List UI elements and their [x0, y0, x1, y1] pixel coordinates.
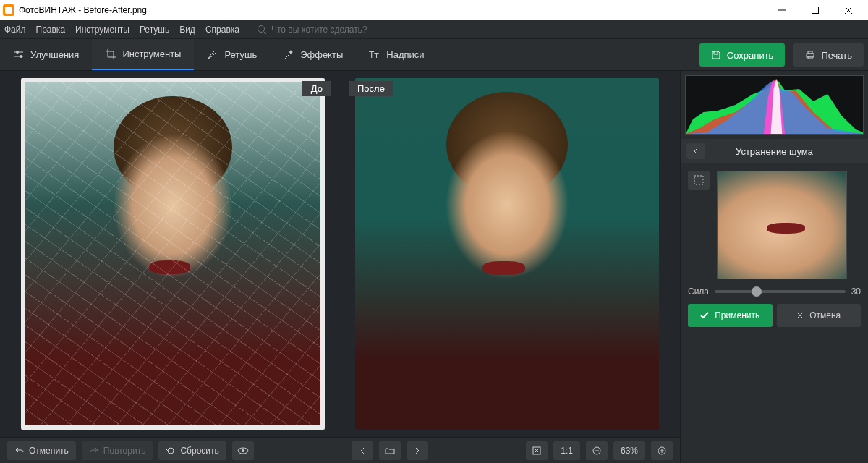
close-button[interactable] [832, 0, 865, 20]
app-icon [3, 4, 14, 16]
undo-label: Отменить [29, 446, 69, 456]
svg-line-5 [263, 31, 266, 34]
maximize-icon [812, 7, 819, 14]
brush-icon [207, 49, 218, 61]
side-panel: Устранение шума Сила 30 Применить [680, 71, 868, 463]
wand-icon [283, 49, 294, 61]
svg-point-7 [16, 51, 19, 54]
redo-label: Повторить [103, 446, 146, 456]
text-icon: Tᴛ [369, 49, 380, 61]
svg-point-9 [20, 55, 22, 58]
save-label: Сохранить [727, 50, 774, 61]
search-box[interactable]: Что вы хотите сделать? [257, 25, 367, 35]
print-icon [805, 50, 815, 60]
sliders-icon [13, 49, 25, 61]
after-image [355, 78, 659, 430]
menu-view[interactable]: Вид [179, 25, 195, 35]
zoom-out-button[interactable] [586, 441, 608, 460]
actual-size-button[interactable]: 1:1 [553, 441, 580, 460]
viewer-footerbar: Отменить Повторить Сбросить 1:1 63% [0, 437, 680, 463]
minus-icon [592, 446, 601, 455]
denoise-preview[interactable] [717, 171, 847, 279]
reset-button[interactable]: Сбросить [158, 441, 226, 460]
minimize-icon [778, 7, 786, 14]
reset-label: Сбросить [180, 446, 218, 456]
tab-retouch[interactable]: Ретушь [194, 39, 270, 70]
x-icon [796, 312, 804, 319]
fit-screen-button[interactable] [526, 441, 548, 460]
panel-title: Устранение шума [736, 146, 813, 157]
zoom-in-button[interactable] [651, 441, 673, 460]
preview-area-button[interactable] [688, 171, 710, 190]
slider-thumb[interactable] [752, 286, 762, 297]
menu-edit[interactable]: Правка [36, 25, 66, 35]
check-icon [700, 312, 709, 319]
main-toolbar: Улучшения Инструменты Ретушь Эффекты Tᴛ … [0, 39, 868, 71]
zoom-value-label: 63% [621, 446, 638, 456]
apply-label: Применить [715, 310, 760, 320]
save-button[interactable]: Сохранить [699, 43, 786, 67]
print-label: Печать [821, 50, 852, 61]
tab-effects[interactable]: Эффекты [270, 39, 356, 70]
apply-button[interactable]: Применить [688, 304, 773, 327]
toggle-preview-button[interactable] [232, 441, 254, 460]
undo-icon [14, 446, 25, 456]
redo-icon [89, 446, 99, 456]
before-pane[interactable]: До [10, 78, 336, 430]
tab-enhancements[interactable]: Улучшения [0, 39, 92, 70]
fit-icon [532, 446, 541, 455]
menu-file[interactable]: Файл [4, 25, 26, 35]
print-button[interactable]: Печать [793, 43, 864, 67]
tab-tools-label: Инструменты [122, 48, 181, 59]
tab-tools[interactable]: Инструменты [92, 39, 194, 70]
svg-point-16 [242, 449, 244, 452]
after-pane[interactable]: После [344, 78, 670, 430]
zoom-value[interactable]: 63% [613, 441, 645, 460]
menu-bar: Файл Правка Инструменты Ретушь Вид Справ… [0, 20, 868, 39]
reset-icon [166, 446, 176, 456]
open-folder-button[interactable] [379, 441, 401, 460]
histogram[interactable] [685, 75, 864, 135]
compare-view: До После [0, 71, 680, 437]
eye-icon [237, 447, 249, 454]
search-icon [257, 25, 267, 35]
main-area: До После Отменить Повторить Сбросить [0, 71, 868, 463]
svg-rect-1 [812, 7, 819, 14]
panel-back-button[interactable] [686, 143, 705, 159]
panel-header: Устранение шума [681, 139, 868, 163]
svg-point-4 [258, 25, 264, 32]
tab-enhancements-label: Улучшения [30, 49, 79, 60]
cancel-label: Отмена [809, 310, 841, 320]
history-prev-button[interactable] [352, 441, 373, 460]
tab-text[interactable]: Tᴛ Надписи [356, 39, 437, 70]
close-icon [845, 7, 852, 14]
strength-value: 30 [851, 286, 861, 297]
folder-icon [385, 447, 395, 454]
panel-body: Сила 30 Применить Отмена [681, 163, 868, 334]
tab-retouch-label: Ретушь [224, 49, 257, 60]
history-next-button[interactable] [407, 441, 428, 460]
selection-icon [694, 175, 704, 185]
image-viewer: До После Отменить Повторить Сбросить [0, 71, 680, 463]
window-title: ФотоВИНТАЖ - Before-After.png [19, 5, 765, 15]
undo-button[interactable]: Отменить [7, 441, 76, 460]
redo-button[interactable]: Повторить [82, 441, 153, 460]
menu-tools[interactable]: Инструменты [75, 25, 129, 35]
menu-retouch[interactable]: Ретушь [140, 25, 169, 35]
after-badge: После [349, 81, 393, 96]
histogram-graph [686, 76, 863, 134]
tab-text-label: Надписи [386, 49, 424, 60]
save-icon [711, 50, 721, 60]
chevron-right-icon [414, 447, 420, 454]
chevron-left-icon [359, 447, 365, 454]
maximize-button[interactable] [799, 0, 832, 20]
before-badge: До [302, 81, 331, 96]
svg-text:Tᴛ: Tᴛ [369, 50, 379, 60]
strength-slider[interactable] [715, 290, 846, 293]
cancel-button[interactable]: Отмена [777, 304, 861, 327]
strength-label: Сила [688, 286, 709, 297]
svg-rect-13 [808, 51, 812, 54]
menu-help[interactable]: Справка [205, 25, 239, 35]
plus-icon [658, 446, 666, 455]
minimize-button[interactable] [765, 0, 799, 20]
